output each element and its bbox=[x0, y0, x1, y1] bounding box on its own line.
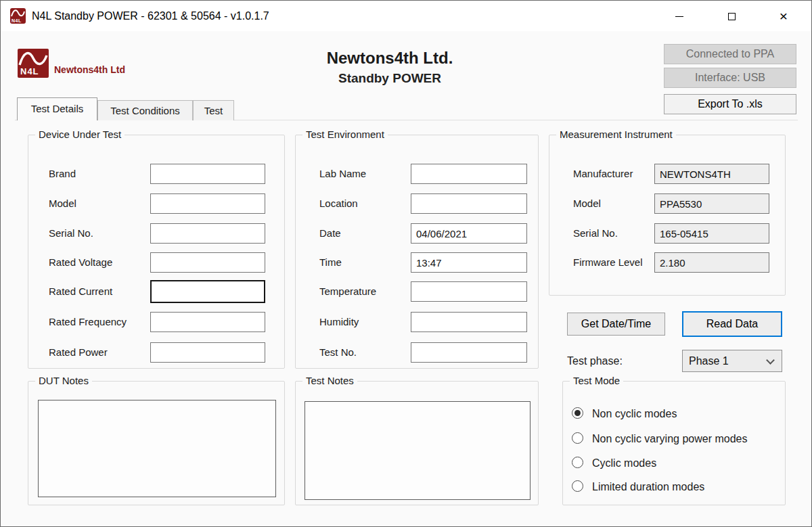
connected-to-ppa-button[interactable]: Connected to PPA bbox=[664, 44, 796, 64]
date-input[interactable] bbox=[411, 223, 527, 244]
test-no-input[interactable] bbox=[411, 342, 527, 363]
close-button[interactable]: × bbox=[768, 1, 799, 31]
radio-non-cyclic-modes[interactable] bbox=[572, 407, 583, 419]
rated-frequency-input[interactable] bbox=[150, 312, 265, 332]
interface-usb-button[interactable]: Interface: USB bbox=[664, 68, 796, 88]
test-phase-select[interactable]: Phase 1 bbox=[682, 350, 782, 372]
tab-test[interactable]: Test bbox=[193, 100, 234, 120]
form-row: Rated Current bbox=[28, 281, 284, 302]
time-label: Time bbox=[319, 252, 342, 273]
dut-notes-title: DUT Notes bbox=[35, 375, 92, 386]
dut-notes-textarea[interactable] bbox=[38, 400, 276, 497]
app-logo-icon: N4L bbox=[10, 8, 26, 24]
form-row: Model bbox=[549, 193, 785, 214]
get-datetime-button[interactable]: Get Date/Time bbox=[567, 313, 665, 336]
rated-current-input[interactable] bbox=[150, 280, 265, 303]
lab-name-input[interactable] bbox=[411, 164, 527, 184]
location-label: Location bbox=[319, 193, 358, 214]
lab-name-label: Lab Name bbox=[319, 164, 366, 184]
manufacturer-label: Manufacturer bbox=[573, 164, 633, 184]
test-mode-group: Test Mode Non cyclic modes Non cyclic va… bbox=[562, 381, 786, 505]
manufacturer-field[interactable] bbox=[654, 164, 769, 184]
window-title: N4L Standby POWER - 62301 & 50564 - v1.0… bbox=[32, 1, 269, 31]
form-row: Brand bbox=[28, 164, 284, 184]
radio-label-non-cyclic-varying: Non cyclic varying power modes bbox=[592, 432, 747, 446]
date-label: Date bbox=[319, 223, 341, 244]
form-row: Rated Frequency bbox=[28, 312, 284, 332]
radio-non-cyclic-varying-power-modes[interactable] bbox=[572, 432, 583, 444]
rated-frequency-label: Rated Frequency bbox=[49, 312, 127, 332]
test-environment-group: Test Environment Lab Name Location Date … bbox=[295, 135, 539, 369]
radio-cyclic-modes[interactable] bbox=[572, 457, 583, 468]
serial-no-label: Serial No. bbox=[49, 223, 93, 244]
model-label: Model bbox=[49, 193, 76, 214]
tab-test-details[interactable]: Test Details bbox=[17, 97, 97, 120]
instrument-model-label: Model bbox=[573, 193, 601, 214]
dut-notes-group: DUT Notes bbox=[28, 381, 285, 505]
instrument-model-field[interactable] bbox=[654, 193, 769, 214]
page-title: Newtons4th Ltd. bbox=[238, 49, 542, 68]
app-window: N4L N4L Standby POWER - 62301 & 50564 - … bbox=[0, 0, 812, 527]
test-no-label: Test No. bbox=[319, 342, 357, 363]
model-input[interactable] bbox=[150, 193, 265, 214]
close-icon: × bbox=[780, 8, 788, 24]
firmware-level-label: Firmware Level bbox=[573, 252, 643, 273]
maximize-icon bbox=[728, 13, 736, 20]
brand-label: Brand bbox=[49, 164, 76, 184]
form-row: Test No. bbox=[296, 342, 538, 363]
instrument-serial-label: Serial No. bbox=[573, 223, 618, 244]
serial-no-input[interactable] bbox=[150, 223, 265, 244]
form-row: Date bbox=[296, 223, 538, 244]
rated-power-label: Rated Power bbox=[49, 342, 108, 363]
device-under-test-group: Device Under Test Brand Model Serial No.… bbox=[28, 135, 285, 369]
minimize-button[interactable] bbox=[664, 1, 695, 31]
firmware-level-field[interactable] bbox=[654, 252, 769, 273]
company-logo-icon: N4L bbox=[18, 49, 49, 78]
test-notes-textarea[interactable] bbox=[304, 401, 531, 500]
radio-row-cyclic-modes[interactable]: Cyclic modes bbox=[563, 456, 785, 471]
measurement-instrument-title: Measurement Instrument bbox=[556, 129, 676, 140]
form-row: Rated Power bbox=[28, 342, 284, 363]
test-notes-group: Test Notes bbox=[295, 381, 539, 505]
radio-row-non-cyclic-varying[interactable]: Non cyclic varying power modes bbox=[563, 432, 785, 446]
instrument-serial-field[interactable] bbox=[654, 223, 769, 244]
minimize-icon bbox=[675, 16, 683, 17]
radio-limited-duration-modes[interactable] bbox=[572, 480, 583, 492]
read-data-button[interactable]: Read Data bbox=[682, 311, 782, 337]
radio-label-limited-duration: Limited duration modes bbox=[592, 480, 704, 494]
brand-input[interactable] bbox=[150, 164, 265, 184]
test-mode-title: Test Mode bbox=[570, 375, 623, 386]
tab-test-conditions[interactable]: Test Conditions bbox=[97, 100, 193, 120]
device-under-test-title: Device Under Test bbox=[35, 129, 125, 140]
radio-row-non-cyclic-modes[interactable]: Non cyclic modes bbox=[563, 407, 785, 421]
time-input[interactable] bbox=[411, 252, 527, 273]
measurement-instrument-group: Measurement Instrument Manufacturer Mode… bbox=[549, 135, 786, 296]
form-row: Serial No. bbox=[549, 223, 785, 244]
title-bar: N4L N4L Standby POWER - 62301 & 50564 - … bbox=[1, 1, 811, 31]
temperature-input[interactable] bbox=[411, 281, 527, 302]
form-row: Serial No. bbox=[28, 223, 284, 244]
rated-power-input[interactable] bbox=[150, 342, 265, 363]
form-row: Location bbox=[296, 193, 538, 214]
rated-voltage-label: Rated Voltage bbox=[49, 252, 112, 273]
radio-label-cyclic-modes: Cyclic modes bbox=[592, 456, 656, 470]
form-row: Lab Name bbox=[296, 164, 538, 184]
test-phase-value: Phase 1 bbox=[689, 350, 729, 371]
form-row: Firmware Level bbox=[549, 252, 785, 273]
page-subtitle: Standby POWER bbox=[238, 71, 542, 86]
test-phase-label: Test phase: bbox=[567, 355, 623, 367]
form-row: Rated Voltage bbox=[28, 252, 284, 273]
rated-voltage-input[interactable] bbox=[150, 252, 265, 273]
location-input[interactable] bbox=[411, 193, 527, 214]
logo-n4l-text: N4L bbox=[20, 66, 39, 76]
humidity-input[interactable] bbox=[411, 312, 527, 332]
form-row: Time bbox=[296, 252, 538, 273]
radio-label-non-cyclic-modes: Non cyclic modes bbox=[592, 407, 677, 421]
test-notes-title: Test Notes bbox=[302, 375, 357, 386]
chevron-down-icon bbox=[766, 356, 775, 365]
humidity-label: Humidity bbox=[319, 312, 359, 332]
maximize-button[interactable] bbox=[716, 1, 747, 31]
radio-row-limited-duration[interactable]: Limited duration modes bbox=[563, 480, 785, 495]
export-to-xls-button[interactable]: Export To .xls bbox=[664, 94, 796, 114]
form-row: Model bbox=[28, 193, 284, 214]
